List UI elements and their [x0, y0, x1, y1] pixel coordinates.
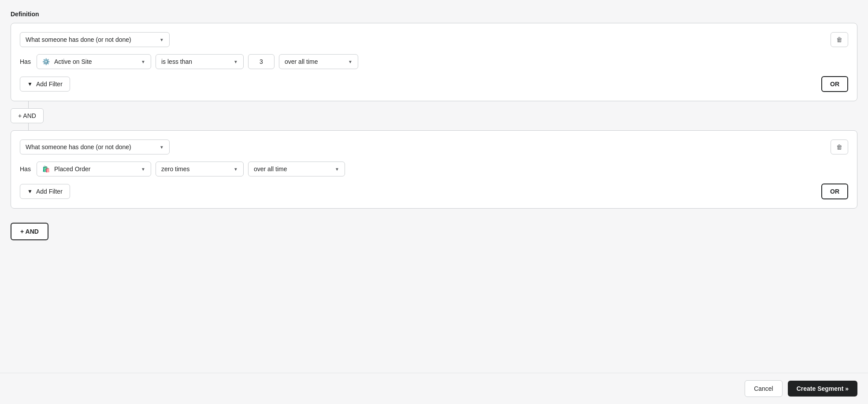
timeframe-value-1: over all time — [285, 58, 318, 65]
timeframe-chevron-2: ▼ — [335, 167, 339, 172]
add-filter-button-2[interactable]: ▼ Add Filter — [20, 184, 70, 199]
footer-bar: Cancel Create Segment » — [0, 373, 868, 404]
condition-block-1: What someone has done (or not done) ▼ 🗑 … — [11, 23, 857, 101]
condition-select-2[interactable]: zero times ▼ — [156, 162, 244, 176]
filter-row-1: Has ⚙️ Active on Site ▼ is less than ▼ 3… — [20, 54, 848, 69]
condition-value-1: is less than — [161, 58, 192, 65]
timeframe-select-1[interactable]: over all time ▼ — [279, 54, 358, 69]
filter-icon-1: ▼ — [27, 81, 33, 87]
timeframe-chevron-1: ▼ — [348, 59, 352, 64]
filter-icon-2: ▼ — [27, 188, 33, 195]
timeframe-select-2[interactable]: over all time ▼ — [248, 162, 345, 176]
timeframe-value-2: over all time — [254, 165, 287, 173]
condition-chevron-1: ▼ — [234, 59, 238, 64]
gear-icon-1: ⚙️ — [42, 58, 50, 65]
condition-value-2: zero times — [161, 165, 190, 173]
add-filter-label-1: Add Filter — [36, 81, 63, 88]
delete-button-1[interactable]: 🗑 — [831, 32, 848, 47]
filter-row-2: Has 🛍️ Placed Order ▼ zero times ▼ over … — [20, 162, 848, 176]
condition-header-2: What someone has done (or not done) ▼ 🗑 — [20, 140, 848, 154]
condition-select-1[interactable]: is less than ▼ — [156, 54, 244, 69]
has-label-2: Has — [20, 165, 32, 173]
condition-header-1: What someone has done (or not done) ▼ 🗑 — [20, 32, 848, 47]
activity-chevron-2: ▼ — [141, 167, 145, 172]
trash-icon-2: 🗑 — [836, 143, 842, 151]
add-filter-button-1[interactable]: ▼ Add Filter — [20, 77, 70, 92]
and-button-1[interactable]: + AND — [11, 108, 44, 123]
condition-footer-1: ▼ Add Filter OR — [20, 76, 848, 92]
activity-label-1: ⚙️ Active on Site — [42, 58, 92, 65]
definition-label: Definition — [11, 11, 857, 18]
condition-block-2: What someone has done (or not done) ▼ 🗑 … — [11, 130, 857, 209]
activity-select-2[interactable]: 🛍️ Placed Order ▼ — [37, 162, 151, 176]
cancel-button[interactable]: Cancel — [745, 380, 783, 397]
activity-chevron-1: ▼ — [141, 59, 145, 64]
and-button-bottom[interactable]: + AND — [11, 223, 48, 240]
and-bottom-container: + AND — [11, 209, 857, 240]
activity-select-1[interactable]: ⚙️ Active on Site ▼ — [37, 54, 151, 69]
or-button-1[interactable]: OR — [821, 76, 848, 92]
has-label-1: Has — [20, 58, 32, 65]
chevron-down-icon-1: ▼ — [160, 37, 164, 42]
activity-value-1: Active on Site — [54, 58, 92, 65]
bag-icon-2: 🛍️ — [42, 165, 50, 173]
activity-value-2: Placed Order — [54, 165, 90, 173]
condition-footer-2: ▼ Add Filter OR — [20, 184, 848, 199]
condition-type-select-2[interactable]: What someone has done (or not done) ▼ — [20, 140, 170, 154]
or-button-2[interactable]: OR — [821, 184, 848, 199]
and-connector-1: + AND — [11, 101, 857, 130]
activity-label-2: 🛍️ Placed Order — [42, 165, 90, 173]
count-input-1[interactable]: 3 — [248, 54, 274, 69]
condition-type-value-2: What someone has done (or not done) — [26, 143, 131, 151]
condition-type-select-1[interactable]: What someone has done (or not done) ▼ — [20, 32, 170, 47]
chevron-down-icon-2: ▼ — [160, 145, 164, 150]
create-segment-button[interactable]: Create Segment » — [788, 381, 857, 397]
condition-chevron-2: ▼ — [234, 167, 238, 172]
delete-button-2[interactable]: 🗑 — [831, 140, 848, 154]
condition-type-value-1: What someone has done (or not done) — [26, 36, 131, 43]
trash-icon-1: 🗑 — [836, 36, 842, 43]
add-filter-label-2: Add Filter — [36, 188, 63, 195]
